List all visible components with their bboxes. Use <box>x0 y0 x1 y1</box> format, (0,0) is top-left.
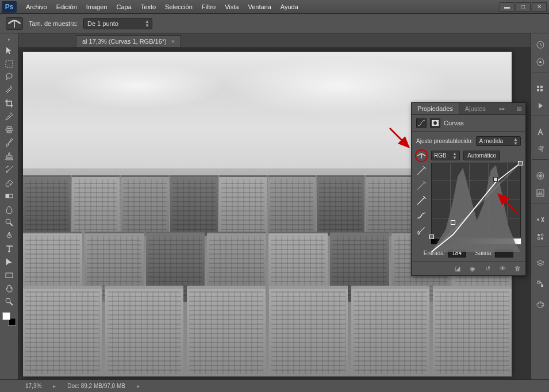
mask-icon[interactable] <box>430 118 440 128</box>
menu-window[interactable]: Ventana <box>243 1 275 13</box>
black-point-eyedropper[interactable] <box>416 166 427 176</box>
menu-edit[interactable]: Edición <box>52 1 82 13</box>
on-image-adjustment-tool[interactable] <box>416 151 427 161</box>
preset-select[interactable]: A medida ▲▼ <box>476 136 521 146</box>
toolbox-grip[interactable] <box>1 37 17 41</box>
properties-panel: Propiedades Ajustes ▸▸ ▤ Curvas Ajuste p… <box>411 102 526 276</box>
window-controls: ▬ □ ✕ <box>500 2 547 11</box>
wand-tool[interactable] <box>2 84 16 97</box>
svg-rect-14 <box>537 89 539 91</box>
menu-help[interactable]: Ayuda <box>276 1 303 13</box>
tool-preset-icon[interactable] <box>6 17 23 30</box>
navigator-panel-icon[interactable] <box>533 169 547 183</box>
healing-tool[interactable] <box>2 124 16 136</box>
app-logo: Ps <box>2 1 17 13</box>
draw-curve-tool[interactable] <box>416 225 427 236</box>
menu-view[interactable]: Vista <box>220 1 243 13</box>
panel-footer: ◪ ◉ ↺ 👁 🗑 <box>412 261 525 275</box>
move-tool[interactable] <box>2 44 16 57</box>
actions-panel-icon[interactable] <box>532 102 548 116</box>
gradient-tool[interactable] <box>2 190 16 202</box>
info-panel-icon[interactable] <box>533 213 547 226</box>
svg-point-27 <box>542 303 543 304</box>
channel-select[interactable]: RGB ▲▼ <box>431 151 460 160</box>
curve-point[interactable] <box>451 220 455 225</box>
minimize-button[interactable]: ▬ <box>500 2 515 11</box>
curve-point[interactable] <box>493 177 498 182</box>
sample-size-select[interactable]: De 1 punto ▲▼ <box>83 18 152 29</box>
menu-layer[interactable]: Capa <box>112 1 136 13</box>
svg-rect-0 <box>6 60 13 67</box>
panel-menu-icon[interactable]: ▤ <box>513 105 525 113</box>
trash-icon[interactable]: 🗑 <box>513 264 522 273</box>
curves-graph[interactable] <box>431 163 521 237</box>
gray-point-eyedropper[interactable] <box>416 180 427 191</box>
document-tabs: al 17,3% (Curvas 1, RGB/16*) × <box>18 33 531 47</box>
paths-panel-icon[interactable] <box>533 277 547 291</box>
history-panel-icon[interactable] <box>533 38 547 52</box>
zoom-tool[interactable] <box>2 295 16 308</box>
svg-point-18 <box>538 234 540 236</box>
svg-point-19 <box>541 234 543 236</box>
maximize-button[interactable]: □ <box>516 2 531 11</box>
svg-point-25 <box>538 303 539 304</box>
libraries-panel-icon[interactable] <box>533 82 547 95</box>
menu-image[interactable]: Imagen <box>82 1 112 13</box>
swatches-panel-icon[interactable] <box>533 298 547 312</box>
blur-tool[interactable] <box>2 203 16 216</box>
clip-to-layer-icon[interactable]: ◪ <box>453 264 462 273</box>
character-panel-icon[interactable] <box>533 125 547 139</box>
svg-rect-1 <box>7 126 11 128</box>
menu-text[interactable]: Texto <box>136 1 160 13</box>
menu-filter[interactable]: Filtro <box>197 1 220 13</box>
tab-properties[interactable]: Propiedades <box>412 103 459 114</box>
paragraph-panel-icon[interactable] <box>532 146 548 160</box>
eraser-tool[interactable] <box>2 176 16 189</box>
menubar: Archivo Edición Imagen Capa Texto Selecc… <box>21 1 500 13</box>
collapsed-panels <box>531 33 549 379</box>
lasso-tool[interactable] <box>2 71 16 83</box>
view-previous-icon[interactable]: ◉ <box>468 264 477 273</box>
close-button[interactable]: ✕ <box>532 2 547 11</box>
tab-adjustments[interactable]: Ajustes <box>459 103 492 114</box>
pen-tool[interactable] <box>2 229 16 242</box>
zoom-level[interactable]: 17,3% <box>25 383 41 389</box>
reset-icon[interactable]: ↺ <box>483 264 492 273</box>
document-tab[interactable]: al 17,3% (Curvas 1, RGB/16*) × <box>76 35 181 47</box>
stamp-tool[interactable] <box>2 150 16 163</box>
color-panel-icon[interactable] <box>532 59 548 72</box>
brushes-panel-icon[interactable] <box>532 233 548 247</box>
zoom-chevron-icon[interactable]: ▸ <box>53 383 56 389</box>
panel-collapse-icon[interactable]: ▸▸ <box>496 105 509 113</box>
menu-select[interactable]: Selección <box>160 1 197 13</box>
curve-point[interactable] <box>429 235 434 239</box>
foreground-swatch[interactable] <box>2 312 10 320</box>
edit-points-tool[interactable] <box>416 210 427 221</box>
layers-panel-icon[interactable] <box>533 256 547 270</box>
auto-button[interactable]: Automático <box>463 151 500 160</box>
brush-tool[interactable] <box>2 137 16 149</box>
type-tool[interactable] <box>2 243 16 255</box>
svg-rect-5 <box>6 194 9 198</box>
crop-tool[interactable] <box>2 97 16 110</box>
doc-info[interactable]: Doc: 89,2 MB/97,0 MB <box>67 383 125 389</box>
hand-tool[interactable] <box>2 282 16 295</box>
histogram-panel-icon[interactable] <box>532 190 548 203</box>
marquee-tool[interactable] <box>2 57 16 70</box>
rectangle-tool[interactable] <box>2 269 16 282</box>
svg-rect-2 <box>6 129 13 130</box>
dodge-tool[interactable] <box>2 216 16 229</box>
history-brush-tool[interactable] <box>2 163 16 176</box>
menu-file[interactable]: Archivo <box>21 1 52 13</box>
tab-close-icon[interactable]: × <box>171 38 175 45</box>
eyedropper-tool[interactable] <box>2 110 16 123</box>
titlebar: Ps Archivo Edición Imagen Capa Texto Sel… <box>0 0 549 14</box>
path-select-tool[interactable] <box>2 256 16 268</box>
color-swatches[interactable] <box>2 312 16 326</box>
svg-rect-7 <box>6 273 13 278</box>
white-point-eyedropper[interactable] <box>416 195 427 206</box>
doc-info-chevron-icon[interactable]: ▸ <box>137 383 140 389</box>
visibility-icon[interactable]: 👁 <box>498 264 507 273</box>
svg-point-8 <box>6 298 10 303</box>
curve-point[interactable] <box>518 161 523 166</box>
